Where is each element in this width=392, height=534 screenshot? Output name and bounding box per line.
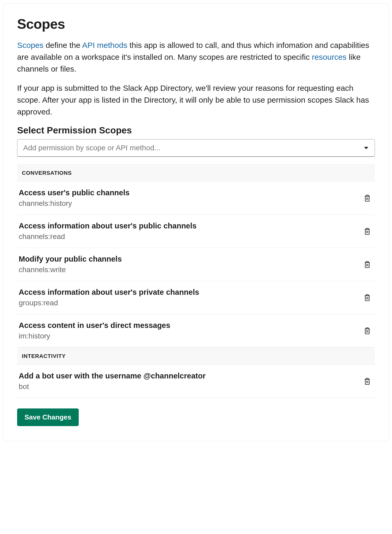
scope-key: channels:history [19, 199, 130, 208]
delete-scope-button[interactable] [362, 259, 372, 270]
scope-selector[interactable] [17, 139, 375, 157]
intro-paragraph-1: Scopes define the API methods this app i… [17, 39, 375, 75]
scope-text: Access information about user's public c… [19, 222, 197, 241]
trash-icon [364, 377, 371, 385]
trash-icon [364, 227, 371, 235]
scope-row: Access user's public channels channels:h… [17, 182, 375, 215]
scope-title: Access information about user's private … [19, 288, 199, 297]
trash-icon [364, 261, 371, 268]
scope-key: channels:write [19, 266, 122, 274]
scopes-link[interactable]: Scopes [17, 41, 43, 49]
scope-title: Modify your public channels [19, 255, 122, 263]
svg-rect-1 [365, 229, 369, 234]
trash-icon [364, 294, 371, 302]
delete-scope-button[interactable] [362, 325, 372, 336]
trash-icon [364, 194, 371, 202]
select-scopes-heading: Select Permission Scopes [17, 125, 375, 136]
scope-row: Access information about user's private … [17, 281, 375, 314]
scope-group-header-conversations: CONVERSATIONS [17, 164, 375, 182]
svg-rect-0 [365, 196, 369, 201]
api-methods-link[interactable]: API methods [82, 41, 127, 49]
scope-row: Modify your public channels channels:wri… [17, 248, 375, 281]
intro-paragraph-2: If your app is submitted to the Slack Ap… [17, 82, 375, 118]
delete-scope-button[interactable] [362, 193, 372, 204]
svg-rect-5 [365, 379, 369, 384]
scope-key: bot [19, 382, 206, 391]
page-title: Scopes [17, 16, 375, 32]
resources-link[interactable]: resources [312, 53, 347, 61]
delete-scope-button[interactable] [362, 226, 372, 237]
scope-text: Add a bot user with the username @channe… [19, 372, 206, 391]
svg-rect-4 [365, 329, 369, 334]
scope-title: Access user's public channels [19, 188, 130, 197]
scope-key: channels:read [19, 232, 197, 241]
save-changes-button[interactable]: Save Changes [17, 408, 79, 426]
scope-row: Add a bot user with the username @channe… [17, 365, 375, 398]
scope-text: Access user's public channels channels:h… [19, 188, 130, 208]
scope-group-header-interactivity: INTERACTIVITY [17, 347, 375, 365]
scope-title: Access information about user's public c… [19, 222, 197, 230]
scope-key: im:history [19, 332, 170, 340]
delete-scope-button[interactable] [362, 376, 372, 387]
scope-text: Access content in user's direct messages… [19, 321, 170, 340]
scope-row: Access information about user's public c… [17, 215, 375, 248]
svg-rect-2 [365, 262, 369, 267]
scope-row: Access content in user's direct messages… [17, 314, 375, 347]
scope-key: groups:read [19, 299, 199, 307]
scope-text: Access information about user's private … [19, 288, 199, 307]
scope-title: Add a bot user with the username @channe… [19, 372, 206, 380]
trash-icon [364, 327, 371, 335]
intro-text-1: define the [43, 41, 82, 49]
scope-text: Modify your public channels channels:wri… [19, 255, 122, 274]
scopes-card: Scopes Scopes define the API methods thi… [3, 3, 389, 441]
scope-selector-input[interactable] [17, 139, 375, 157]
svg-rect-3 [365, 296, 369, 301]
delete-scope-button[interactable] [362, 292, 372, 303]
scope-title: Access content in user's direct messages [19, 321, 170, 330]
